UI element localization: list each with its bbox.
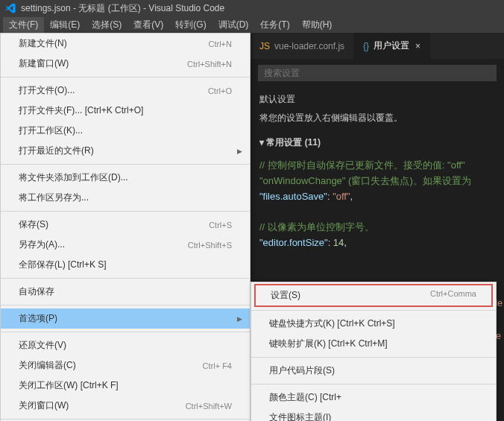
menu-separator (1, 77, 250, 77)
close-icon[interactable]: × (415, 41, 420, 51)
menu-save-as[interactable]: 另存为(A)...Ctrl+Shift+S (1, 235, 250, 255)
menu-open-workspace[interactable]: 打开工作区(K)... (1, 121, 250, 141)
titlebar: settings.json - 无标题 (工作区) - Visual Studi… (0, 0, 504, 16)
settings-search-bar (251, 59, 504, 87)
menu-separator (1, 211, 250, 212)
menu-save-workspace-as[interactable]: 将工作区另存为... (1, 188, 250, 208)
menu-separator (1, 278, 250, 279)
menu-auto-save[interactable]: 自动保存 (1, 282, 250, 302)
menu-close-workspace[interactable]: 关闭工作区(W) [Ctrl+K F] (1, 376, 250, 396)
menu-revert-file[interactable]: 还原文件(V) (1, 335, 250, 355)
menu-view[interactable]: 查看(V) (127, 17, 169, 33)
menubar: 文件(F) 编辑(E) 选择(S) 查看(V) 转到(G) 调试(D) 任务(T… (0, 16, 504, 33)
search-input[interactable] (258, 65, 497, 81)
submenu-file-icon-theme[interactable]: 文件图标主题(I) (251, 408, 496, 421)
submenu-keymap-extensions[interactable]: 键映射扩展(K) [Ctrl+K Ctrl+M] (251, 334, 496, 354)
default-settings-heading: 默认设置 (259, 93, 495, 106)
menu-select[interactable]: 选择(S) (86, 17, 127, 33)
tab-label: vue-loader.conf.js (274, 41, 344, 51)
preferences-submenu: 设置(S)Ctrl+Comma 键盘快捷方式(K) [Ctrl+K Ctrl+S… (251, 282, 497, 421)
menu-debug[interactable]: 调试(D) (212, 17, 255, 33)
menu-separator (251, 310, 496, 311)
submenu-color-theme[interactable]: 颜色主题(C) [Ctrl+ (251, 387, 496, 408)
common-settings-section[interactable]: 常用设置 (11) (259, 136, 495, 149)
submenu-user-snippets[interactable]: 用户代码片段(S) (251, 361, 496, 381)
menu-edit[interactable]: 编辑(E) (44, 17, 86, 33)
menu-separator (251, 384, 496, 384)
menu-new-window[interactable]: 新建窗口(W)Ctrl+Shift+N (1, 54, 250, 74)
menu-separator (1, 305, 250, 306)
menu-help[interactable]: 帮助(H) (296, 17, 338, 33)
tab-user-settings[interactable]: {} 用户设置 × (354, 33, 430, 59)
settings-code: // 控制何时自动保存已更新文件。接受的值: "off" "onWindowCh… (259, 158, 495, 251)
window-title: settings.json - 无标题 (工作区) - Visual Studi… (21, 2, 224, 15)
menu-add-folder[interactable]: 将文件夹添加到工作区(D)... (1, 168, 250, 188)
menu-file[interactable]: 文件(F) (3, 17, 44, 33)
menu-separator (1, 332, 250, 332)
settings-editor: 默认设置 将您的设置放入右侧编辑器以覆盖。 常用设置 (11) // 控制何时自… (251, 87, 504, 257)
submenu-settings[interactable]: 设置(S)Ctrl+Comma (254, 284, 493, 307)
tab-vue-loader[interactable]: JS vue-loader.conf.js (251, 33, 354, 59)
js-icon: JS (259, 41, 270, 51)
menu-tasks[interactable]: 任务(T) (254, 17, 295, 33)
menu-save[interactable]: 保存(S)Ctrl+S (1, 215, 250, 235)
menu-separator (1, 164, 250, 165)
menu-save-all[interactable]: 全部保存(L) [Ctrl+K S] (1, 255, 250, 275)
menu-separator (251, 357, 496, 358)
menu-separator (1, 419, 250, 420)
menu-preferences[interactable]: 首选项(P) (1, 308, 250, 329)
menu-new-file[interactable]: 新建文件(N)Ctrl+N (1, 34, 250, 54)
menu-open-folder[interactable]: 打开文件夹(F)... [Ctrl+K Ctrl+O] (1, 101, 250, 121)
braces-icon: {} (363, 41, 369, 51)
menu-goto[interactable]: 转到(G) (169, 17, 212, 33)
submenu-keyboard-shortcuts[interactable]: 键盘快捷方式(K) [Ctrl+K Ctrl+S] (251, 314, 496, 334)
menu-close-window[interactable]: 关闭窗口(W)Ctrl+Shift+W (1, 396, 250, 416)
vscode-icon (4, 2, 16, 14)
settings-subtext: 将您的设置放入右侧编辑器以覆盖。 (259, 112, 495, 124)
file-menu-dropdown: 新建文件(N)Ctrl+N 新建窗口(W)Ctrl+Shift+N 打开文件(O… (0, 33, 251, 421)
menu-open-file[interactable]: 打开文件(O)...Ctrl+O (1, 80, 250, 101)
menu-open-recent[interactable]: 打开最近的文件(R) (1, 141, 250, 161)
menu-close-editor[interactable]: 关闭编辑器(C)Ctrl+ F4 (1, 355, 250, 376)
tab-label: 用户设置 (374, 39, 409, 52)
